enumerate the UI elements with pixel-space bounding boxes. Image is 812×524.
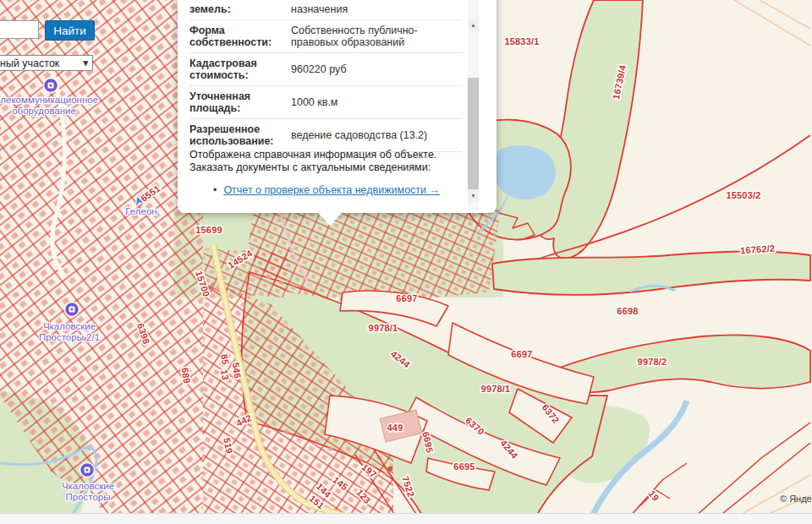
map-copyright: © Янде xyxy=(780,494,812,504)
info-label: Кадастровая стоимость: xyxy=(189,57,284,81)
panel-pointer xyxy=(317,212,343,226)
parcel-label: 9978/1 xyxy=(369,323,398,333)
info-value: назначения xyxy=(291,3,463,15)
search-button[interactable]: Найти xyxy=(45,20,95,41)
object-type-value: ный участок xyxy=(0,57,59,69)
report-link[interactable]: Отчет о проверке объекта недвижимости → xyxy=(223,184,440,196)
map-bottom-strip xyxy=(0,513,812,524)
scroll-up-icon[interactable]: ▲ xyxy=(468,19,479,31)
parcel-label: 85 xyxy=(219,353,231,366)
object-type-select[interactable]: ный участок ▾ xyxy=(0,55,93,71)
parcel-label: 9978/2 xyxy=(638,357,667,367)
panel-scrollbar-thumb[interactable] xyxy=(468,78,479,191)
info-row: земель:назначения xyxy=(189,0,463,20)
info-label: земель: xyxy=(189,3,284,15)
chevron-down-icon: ▾ xyxy=(83,58,88,68)
info-value: Собственность публично-правовых образова… xyxy=(291,25,463,48)
poi-pin-icon[interactable] xyxy=(44,79,58,93)
parcel-label: 15833/1 xyxy=(504,36,539,46)
parcel-label: 6698 xyxy=(617,306,638,316)
bullet-icon: • xyxy=(213,184,217,196)
parcel-label: 9978/1 xyxy=(481,384,511,394)
info-row: Кадастровая стоимость:960220 руб xyxy=(189,53,463,86)
parcel-label: 6695 xyxy=(453,461,475,472)
info-value: 1000 кв.м xyxy=(291,96,463,108)
parcel-label: 6697 xyxy=(511,349,532,359)
object-info-rows: земель:назначенияФорма собственности:Соб… xyxy=(189,0,463,152)
cadastral-map-app: 15833/116739/415503/216762/266979978/142… xyxy=(0,0,812,524)
info-row: Уточненная площадь:1000 кв.м xyxy=(189,86,463,119)
parcel-label: 15503/2 xyxy=(726,190,760,200)
parcel-label: 13 xyxy=(219,368,231,380)
poi-label: Гелеон xyxy=(125,206,156,216)
poi-label: ЧкаловскиеПросторы xyxy=(62,481,114,502)
info-label: Разрешенное использование: xyxy=(189,123,284,147)
poi-label: ЧкаловскиеПросторы 2/1 xyxy=(39,321,100,342)
note-line-2: Заказать документы с актуальными сведени… xyxy=(189,161,431,173)
parcel-label: 449 xyxy=(387,423,403,433)
info-row: Разрешенное использование:ведение садово… xyxy=(189,119,463,152)
poi-pin-icon[interactable] xyxy=(65,303,80,317)
parcel-label: 15699 xyxy=(195,225,222,235)
info-label: Форма собственности: xyxy=(189,25,284,48)
panel-note: Отображена справочная информация об объе… xyxy=(189,149,463,174)
object-info-panel: земель:назначенияФорма собственности:Соб… xyxy=(178,0,497,213)
poi-pin-icon[interactable] xyxy=(80,463,95,478)
note-line-1: Отображена справочная информация об объе… xyxy=(189,149,436,161)
info-value: 960220 руб xyxy=(291,63,463,75)
info-row: Форма собственности:Собственность публич… xyxy=(189,20,463,53)
parcel-label: 6697 xyxy=(396,293,417,303)
info-value: ведение садоводства (13.2) xyxy=(291,129,463,141)
scroll-down-icon[interactable]: ▼ xyxy=(468,189,479,202)
search-input[interactable] xyxy=(0,20,39,39)
info-label: Уточненная площадь: xyxy=(189,90,284,114)
